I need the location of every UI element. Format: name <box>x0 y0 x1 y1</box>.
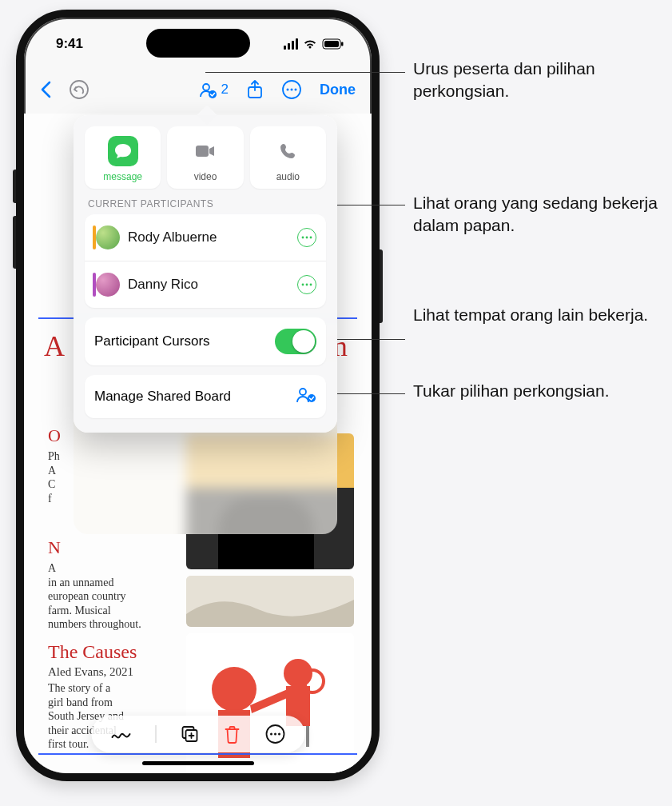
wifi-icon <box>303 38 317 50</box>
handwriting: N <box>48 537 61 558</box>
manage-shared-board-button[interactable]: Manage Shared Board <box>85 375 326 418</box>
svg-point-5 <box>209 90 217 98</box>
iphone-frame: 9:41 2 <box>16 10 380 781</box>
callout-text: Urus peserta dan pilihan perkongsian. <box>413 58 669 103</box>
video-label: video <box>194 171 217 182</box>
svg-point-26 <box>302 237 304 239</box>
message-label: message <box>103 171 142 182</box>
done-button[interactable]: Done <box>320 82 356 98</box>
participant-row[interactable]: Danny Rico <box>85 261 326 308</box>
participants-list: Rody Albuerne Danny Rico <box>85 214 326 308</box>
svg-rect-1 <box>324 41 339 47</box>
svg-point-32 <box>300 389 306 395</box>
draw-tool-button[interactable] <box>110 726 131 742</box>
participant-name: Danny Rico <box>128 277 289 293</box>
delete-button[interactable] <box>223 724 241 744</box>
bottom-tool-pill <box>91 716 304 752</box>
phone-icon <box>272 136 303 166</box>
handwriting: A in an unnamed european country farm. M… <box>48 561 160 632</box>
svg-point-4 <box>203 84 209 90</box>
handwriting: The Causes <box>48 641 137 663</box>
collaborate-icon <box>296 386 316 407</box>
callout-text: Lihat tempat orang lain bekerja. <box>413 304 669 326</box>
participants-header: CURRENT PARTICIPANTS <box>88 198 323 209</box>
svg-point-29 <box>302 284 304 286</box>
svg-point-33 <box>308 394 316 402</box>
handwriting: O <box>48 425 61 446</box>
battery-icon <box>322 38 344 50</box>
participant-cursors-row: Participant Cursors <box>85 317 326 365</box>
svg-point-24 <box>278 733 280 736</box>
back-button[interactable] <box>40 81 51 98</box>
manage-shared-board-label: Manage Shared Board <box>94 389 289 405</box>
home-indicator[interactable] <box>142 761 254 765</box>
message-button[interactable]: message <box>85 126 161 189</box>
svg-rect-2 <box>341 42 344 46</box>
collaboration-popover: message video audio CURRENT PARTICIPANTS <box>74 115 337 433</box>
participant-row[interactable]: Rody Albuerne <box>85 214 326 261</box>
participant-cursors-toggle[interactable] <box>275 329 316 354</box>
video-icon <box>190 136 221 166</box>
video-button[interactable]: video <box>167 126 243 189</box>
callout-text: Tukar pilihan perkongsian. <box>413 380 669 402</box>
audio-label: audio <box>276 171 300 182</box>
handwriting: Aled Evans, 2021 <box>48 665 133 679</box>
svg-point-8 <box>287 89 289 91</box>
svg-point-31 <box>310 284 312 286</box>
message-icon <box>108 136 138 166</box>
participant-cursors-label: Participant Cursors <box>94 333 275 349</box>
svg-rect-25 <box>196 146 209 157</box>
share-button[interactable] <box>246 79 264 100</box>
svg-point-22 <box>270 733 272 736</box>
participant-more-button[interactable] <box>297 228 316 247</box>
undo-button[interactable] <box>69 79 89 100</box>
svg-point-10 <box>295 89 297 91</box>
board-image[interactable] <box>186 576 354 627</box>
avatar <box>96 273 120 297</box>
avatar <box>96 225 120 249</box>
more-tool-button[interactable] <box>264 724 285 744</box>
svg-point-3 <box>70 81 88 98</box>
dynamic-island <box>146 29 250 58</box>
svg-point-13 <box>212 667 256 712</box>
cellular-icon <box>284 38 298 50</box>
svg-point-27 <box>306 237 308 239</box>
participant-more-button[interactable] <box>297 275 316 294</box>
divider-line <box>38 753 357 755</box>
participant-name: Rody Albuerne <box>128 229 289 245</box>
divider <box>155 725 156 743</box>
collaborate-button[interactable]: 2 <box>197 79 229 100</box>
svg-point-9 <box>291 89 293 91</box>
add-item-button[interactable] <box>180 724 199 744</box>
svg-point-28 <box>310 237 312 239</box>
audio-button[interactable]: audio <box>250 126 326 189</box>
top-toolbar: 2 Done <box>24 72 372 107</box>
more-button[interactable] <box>281 79 302 100</box>
callout-text: Lihat orang yang sedang bekerja dalam pa… <box>413 192 669 237</box>
svg-point-30 <box>306 284 308 286</box>
handwriting: A <box>44 329 65 363</box>
participant-count: 2 <box>221 82 229 98</box>
status-time: 9:41 <box>56 36 83 52</box>
svg-point-17 <box>284 659 312 688</box>
svg-point-23 <box>274 733 276 736</box>
